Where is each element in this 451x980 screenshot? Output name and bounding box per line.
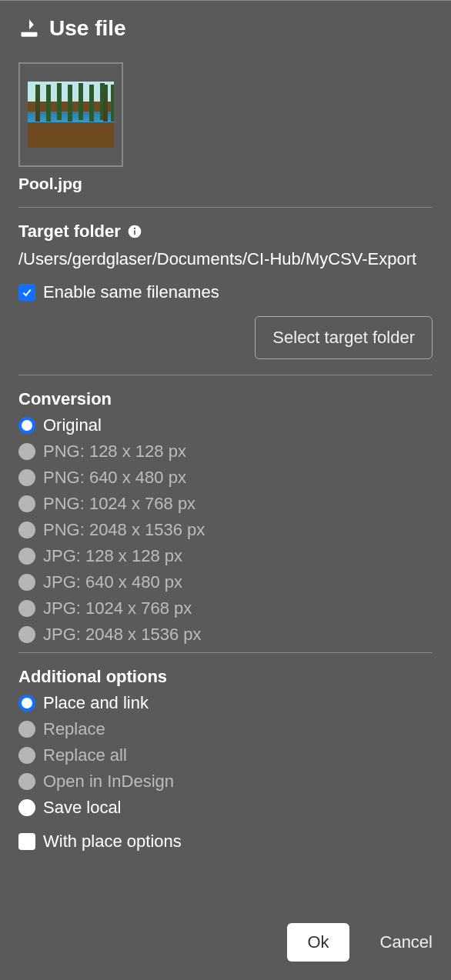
conversion-option[interactable]: JPG: 1024 x 768 px <box>18 598 433 618</box>
conversion-radio-label: JPG: 640 x 480 px <box>43 572 182 592</box>
conversion-option[interactable]: PNG: 640 x 480 px <box>18 468 433 488</box>
additional-radio-label: Save local <box>43 798 122 818</box>
separator <box>18 207 433 208</box>
enable-same-filenames-row[interactable]: Enable same filenames <box>18 282 433 302</box>
conversion-radio-label: JPG: 1024 x 768 px <box>43 598 192 618</box>
dialog-footer: Ok Cancel <box>287 923 433 962</box>
conversion-radio[interactable] <box>18 626 35 643</box>
target-folder-label: Target folder <box>18 222 121 242</box>
additional-option[interactable]: Open in InDesign <box>18 772 433 792</box>
ok-button[interactable]: Ok <box>287 923 349 962</box>
conversion-option[interactable]: PNG: 1024 x 768 px <box>18 494 433 514</box>
additional-option[interactable]: Place and link <box>18 693 433 713</box>
file-thumbnail-wrap <box>18 62 433 167</box>
conversion-radio[interactable] <box>18 495 35 512</box>
enable-same-filenames-checkbox[interactable] <box>18 284 35 301</box>
select-target-folder-button[interactable]: Select target folder <box>255 316 433 359</box>
conversion-option[interactable]: JPG: 640 x 480 px <box>18 572 433 592</box>
conversion-radio-label: PNG: 2048 x 1536 px <box>43 520 205 540</box>
svg-point-3 <box>134 228 135 229</box>
additional-options: Place and linkReplaceReplace allOpen in … <box>18 693 433 818</box>
separator <box>18 652 433 653</box>
additional-radio-label: Open in InDesign <box>43 772 174 792</box>
additional-radio[interactable] <box>18 773 35 790</box>
svg-rect-0 <box>22 32 38 37</box>
download-icon <box>18 18 40 39</box>
panel-title: Use file <box>49 16 126 41</box>
additional-radio[interactable] <box>18 721 35 738</box>
additional-option[interactable]: Replace <box>18 719 433 739</box>
conversion-options: OriginalPNG: 128 x 128 pxPNG: 640 x 480 … <box>18 415 433 645</box>
additional-radio[interactable] <box>18 747 35 764</box>
conversion-option[interactable]: PNG: 128 x 128 px <box>18 442 433 462</box>
additional-radio[interactable] <box>18 695 35 712</box>
enable-same-filenames-label: Enable same filenames <box>43 282 219 302</box>
additional-options-title: Additional options <box>18 667 433 687</box>
conversion-radio[interactable] <box>18 600 35 617</box>
additional-radio[interactable] <box>18 799 35 816</box>
conversion-radio[interactable] <box>18 522 35 538</box>
conversion-radio-label: PNG: 640 x 480 px <box>43 468 186 488</box>
additional-radio-label: Place and link <box>43 693 149 713</box>
conversion-radio[interactable] <box>18 469 35 486</box>
conversion-radio-label: PNG: 128 x 128 px <box>43 442 186 462</box>
conversion-radio[interactable] <box>18 574 35 591</box>
target-folder-label-row: Target folder <box>18 222 433 242</box>
additional-option[interactable]: Replace all <box>18 745 433 765</box>
separator <box>18 375 433 375</box>
info-icon[interactable] <box>127 224 142 239</box>
file-name: Pool.jpg <box>18 175 433 193</box>
file-thumbnail[interactable] <box>18 62 123 167</box>
file-thumbnail-image <box>28 82 114 148</box>
conversion-option[interactable]: JPG: 2048 x 1536 px <box>18 625 433 645</box>
conversion-radio-label: PNG: 1024 x 768 px <box>43 494 195 514</box>
conversion-option[interactable]: PNG: 2048 x 1536 px <box>18 520 433 540</box>
target-folder-path: /Users/gerdglaser/Documents/CI-Hub/MyCSV… <box>18 246 433 272</box>
cancel-button[interactable]: Cancel <box>380 932 433 952</box>
conversion-radio[interactable] <box>18 417 35 434</box>
additional-radio-label: Replace <box>43 719 105 739</box>
additional-option[interactable]: Save local <box>18 798 433 818</box>
conversion-title: Conversion <box>18 389 433 409</box>
conversion-option[interactable]: Original <box>18 415 433 435</box>
conversion-radio-label: JPG: 128 x 128 px <box>43 546 182 566</box>
conversion-radio[interactable] <box>18 548 35 565</box>
with-place-options-row[interactable]: With place options <box>18 832 433 852</box>
panel-header: Use file <box>18 16 433 41</box>
svg-rect-2 <box>134 230 135 235</box>
with-place-options-checkbox[interactable] <box>18 833 35 850</box>
additional-radio-label: Replace all <box>43 745 127 765</box>
use-file-panel: Use file Pool.jpg Target folder /Users/g… <box>0 0 451 980</box>
conversion-radio-label: Original <box>43 415 102 435</box>
conversion-option[interactable]: JPG: 128 x 128 px <box>18 546 433 566</box>
conversion-radio[interactable] <box>18 443 35 460</box>
with-place-options-label: With place options <box>43 832 182 852</box>
conversion-radio-label: JPG: 2048 x 1536 px <box>43 625 201 645</box>
